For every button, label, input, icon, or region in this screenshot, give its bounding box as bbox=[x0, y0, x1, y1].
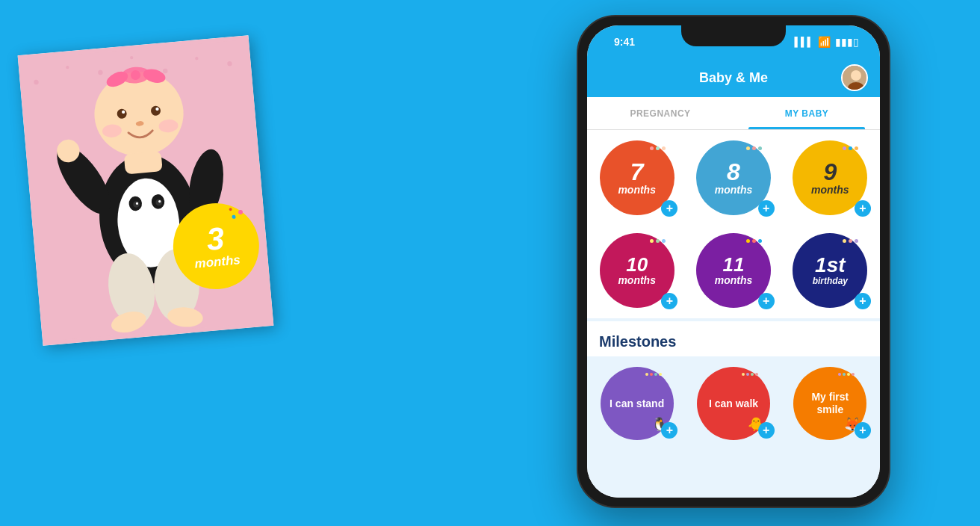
month-cell-8[interactable]: 8 months + bbox=[686, 133, 780, 223]
wifi-icon: 📶 bbox=[818, 36, 831, 48]
month-grid: 7 months + 8 months bbox=[587, 130, 880, 318]
photo-card: 3 months bbox=[18, 35, 274, 346]
month-cell-11[interactable]: 11 months + bbox=[686, 226, 780, 315]
app-title: Baby & Me bbox=[699, 70, 768, 86]
milestone-smile-text: My first smile bbox=[801, 391, 859, 416]
scroll-content[interactable]: 7 months + 8 months bbox=[587, 130, 880, 498]
baby-illustration bbox=[18, 35, 274, 346]
milestones-title: Milestones bbox=[599, 333, 868, 350]
month-11-number: 11 bbox=[723, 255, 745, 274]
birthday-label: birthday bbox=[813, 276, 848, 286]
birthday-add-button[interactable]: + bbox=[855, 293, 871, 309]
month-11-add-button[interactable]: + bbox=[758, 293, 775, 309]
month-10-number: 10 bbox=[626, 255, 648, 274]
milestone-grid: I can stand 🐧 + I can walk bbox=[587, 356, 880, 451]
milestone-walk-text: I can walk bbox=[709, 397, 758, 410]
milestones-section: Milestones bbox=[587, 321, 880, 356]
battery-icon: ▮▮▮▯ bbox=[835, 36, 859, 48]
milestone-cell-smile[interactable]: My first smile 🦊 + bbox=[784, 362, 877, 445]
svg-rect-30 bbox=[124, 151, 163, 174]
milestone-stand-add-button[interactable]: + bbox=[661, 422, 677, 439]
month-8-label: months bbox=[715, 184, 753, 196]
milestone-stand-text: I can stand bbox=[610, 397, 664, 410]
month-10-add-button[interactable]: + bbox=[661, 293, 677, 309]
month-9-number: 9 bbox=[823, 160, 837, 184]
milestone-walk-add-button[interactable]: + bbox=[758, 422, 775, 439]
month-8-number: 8 bbox=[727, 160, 740, 184]
status-time: 9:41 bbox=[614, 36, 635, 48]
month-7-label: months bbox=[618, 184, 656, 196]
phone-frame: 9:41 ▌▌▌ 📶 ▮▮▮▯ Baby & Me bbox=[577, 15, 890, 508]
badge-number: 3 bbox=[205, 223, 226, 256]
month-9-add-button[interactable]: + bbox=[855, 200, 871, 217]
birthday-number: 1st bbox=[815, 255, 845, 276]
month-cell-10[interactable]: 10 months + bbox=[590, 226, 683, 315]
month-7-add-button[interactable]: + bbox=[661, 200, 677, 217]
month-7-number: 7 bbox=[630, 160, 644, 184]
baby-photo bbox=[18, 35, 274, 346]
signal-icon: ▌▌▌ bbox=[794, 37, 813, 47]
month-11-label: months bbox=[715, 274, 753, 286]
status-icons: ▌▌▌ 📶 ▮▮▮▯ bbox=[794, 36, 859, 48]
tab-pregnancy[interactable]: PREGNANCY bbox=[587, 97, 734, 129]
month-9-label: months bbox=[811, 184, 849, 196]
badge-label: months bbox=[194, 253, 241, 271]
app-header: Baby & Me bbox=[587, 58, 880, 97]
month-cell-9[interactable]: 9 months + bbox=[784, 133, 877, 223]
tab-my-baby[interactable]: MY BABY bbox=[734, 97, 880, 129]
phone-screen: 9:41 ▌▌▌ 📶 ▮▮▮▯ Baby & Me bbox=[587, 25, 880, 498]
milestone-cell-walk[interactable]: I can walk 🐥 + bbox=[686, 362, 780, 445]
month-8-add-button[interactable]: + bbox=[758, 200, 775, 217]
milestone-smile-add-button[interactable]: + bbox=[855, 422, 871, 439]
avatar[interactable] bbox=[841, 64, 868, 91]
month-cell-birthday[interactable]: 1st birthday + bbox=[784, 226, 877, 315]
month-10-label: months bbox=[618, 274, 656, 286]
tabs-bar: PREGNANCY MY BABY bbox=[587, 97, 880, 130]
milestone-cell-stand[interactable]: I can stand 🐧 + bbox=[590, 362, 683, 445]
month-cell-7[interactable]: 7 months + bbox=[590, 133, 683, 223]
svg-point-40 bbox=[851, 70, 861, 81]
notch bbox=[681, 25, 786, 46]
